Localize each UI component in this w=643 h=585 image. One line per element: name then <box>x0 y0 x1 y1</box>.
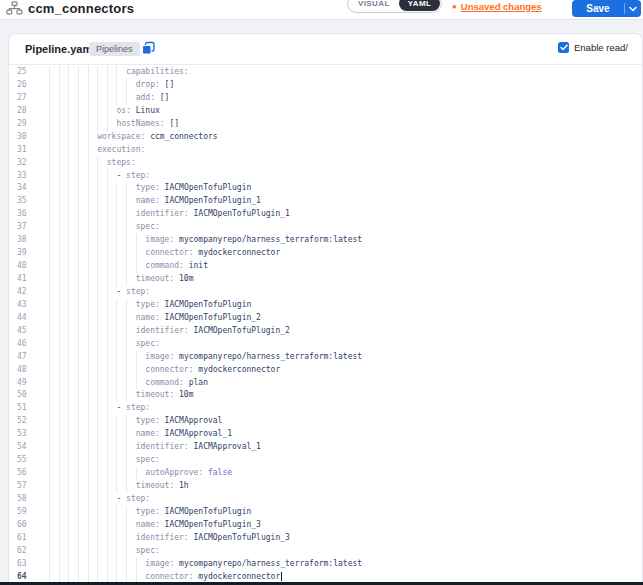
yaml-list-dash: - <box>116 494 126 503</box>
enable-read-checkbox[interactable] <box>558 42 569 53</box>
line-number: 27 <box>9 92 49 105</box>
save-split-button[interactable]: Save <box>572 0 641 17</box>
code-line[interactable]: 36identifier: IACMOpenTofuPlugin_1 <box>9 208 642 221</box>
code-line[interactable]: 51- step: <box>9 402 642 415</box>
code-text: connector: mydockerconnector <box>49 247 642 260</box>
code-line[interactable]: 62spec: <box>9 545 642 558</box>
line-number: 45 <box>9 325 49 338</box>
code-line[interactable]: 52type: IACMApproval <box>9 415 642 428</box>
indent-guides <box>49 208 136 221</box>
yaml-key: drop: <box>136 80 160 89</box>
code-line[interactable]: 47image: mycompanyrepo/harness_terraform… <box>9 351 642 364</box>
code-line[interactable]: 60name: IACMOpenTofuPlugin_3 <box>9 519 642 532</box>
toggle-yaml[interactable]: YAML <box>399 0 441 11</box>
code-line[interactable]: 34type: IACMOpenTofuPlugin <box>9 182 642 195</box>
yaml-editor-lines[interactable]: 25capabilities:26drop: []27add: []28os: … <box>9 66 642 585</box>
code-line[interactable]: 54identifier: IACMApproval_1 <box>9 441 642 454</box>
code-text: os: Linux <box>49 105 642 118</box>
code-text: - step: <box>49 493 642 506</box>
indent-guides <box>49 325 136 338</box>
yaml-key: add: <box>136 93 155 102</box>
yaml-key: connector: <box>145 572 193 581</box>
indent-guides <box>49 157 107 170</box>
code-line[interactable]: 57timeout: 1h <box>9 480 642 493</box>
unsaved-changes-link[interactable]: ● Unsaved changes <box>452 1 542 12</box>
code-line[interactable]: 50timeout: 10m <box>9 389 642 402</box>
code-line[interactable]: 33- step: <box>9 170 642 183</box>
yaml-list-dash: - <box>116 287 126 296</box>
code-line[interactable]: 25capabilities: <box>9 66 642 79</box>
code-line[interactable]: 41timeout: 10m <box>9 273 642 286</box>
line-number: 37 <box>9 221 49 234</box>
line-number: 50 <box>9 389 49 402</box>
code-text: identifier: IACMOpenTofuPlugin_3 <box>49 532 642 545</box>
save-dropdown-button[interactable] <box>625 6 641 12</box>
text-cursor <box>281 572 282 581</box>
code-line[interactable]: 29hostNames: [] <box>9 118 642 131</box>
code-line[interactable]: 27add: [] <box>9 92 642 105</box>
code-line[interactable]: 48connector: mydockerconnector <box>9 364 642 377</box>
code-text: name: IACMOpenTofuPlugin_3 <box>49 519 642 532</box>
code-line[interactable]: 49command: plan <box>9 377 642 390</box>
code-line[interactable]: 63image: mycompanyrepo/harness_terraform… <box>9 558 642 571</box>
code-line[interactable]: 58- step: <box>9 493 642 506</box>
yaml-key: name: <box>136 196 160 205</box>
yaml-value: mydockerconnector <box>198 248 280 257</box>
code-line[interactable]: 42- step: <box>9 286 642 299</box>
pipeline-hierarchy-icon <box>6 1 23 15</box>
code-text: spec: <box>49 454 642 467</box>
code-line[interactable]: 53name: IACMApproval_1 <box>9 428 642 441</box>
indent-guides <box>49 105 116 118</box>
indent-guides <box>49 351 145 364</box>
code-line[interactable]: 37spec: <box>9 221 642 234</box>
code-line[interactable]: 44name: IACMOpenTofuPlugin_2 <box>9 312 642 325</box>
code-text: name: IACMApproval_1 <box>49 428 642 441</box>
yaml-key: image: <box>145 352 174 361</box>
yaml-key: os: <box>116 106 130 115</box>
code-line[interactable]: 55spec: <box>9 454 642 467</box>
code-text: steps: <box>49 157 642 170</box>
indent-guides <box>49 118 116 131</box>
code-line[interactable]: 45identifier: IACMOpenTofuPlugin_2 <box>9 325 642 338</box>
line-number: 26 <box>9 79 49 92</box>
yaml-value: IACMApproval_1 <box>165 429 232 438</box>
save-button[interactable]: Save <box>572 3 624 14</box>
yaml-key: timeout: <box>136 274 175 283</box>
copy-icon[interactable] <box>141 41 156 56</box>
code-line[interactable]: 59type: IACMOpenTofuPlugin <box>9 506 642 519</box>
line-number: 60 <box>9 519 49 532</box>
code-text: identifier: IACMOpenTofuPlugin_1 <box>49 208 642 221</box>
code-line[interactable]: 46spec: <box>9 338 642 351</box>
code-line[interactable]: 35name: IACMOpenTofuPlugin_1 <box>9 195 642 208</box>
code-line[interactable]: 32steps: <box>9 157 642 170</box>
code-line[interactable]: 56autoApprove: false <box>9 467 642 480</box>
indent-guides <box>49 364 145 377</box>
code-line[interactable]: 26drop: [] <box>9 79 642 92</box>
yaml-value: IACMOpenTofuPlugin <box>165 300 252 309</box>
code-text: type: IACMApproval <box>49 415 642 428</box>
yaml-key: command: <box>145 378 184 387</box>
code-line[interactable]: 43type: IACMOpenTofuPlugin <box>9 299 642 312</box>
code-line[interactable]: 28os: Linux <box>9 105 642 118</box>
code-text: name: IACMOpenTofuPlugin_1 <box>49 195 642 208</box>
code-line[interactable]: 31execution: <box>9 144 642 157</box>
code-line[interactable]: 38image: mycompanyrepo/harness_terraform… <box>9 234 642 247</box>
code-line[interactable]: 40command: init <box>9 260 642 273</box>
yaml-key: step: <box>126 171 150 180</box>
yaml-key: spec: <box>136 455 160 464</box>
indent-guides <box>49 545 136 558</box>
code-line[interactable]: 39connector: mydockerconnector <box>9 247 642 260</box>
line-number: 40 <box>9 260 49 273</box>
code-text: - step: <box>49 286 642 299</box>
code-text: image: mycompanyrepo/harness_terraform:l… <box>49 558 642 571</box>
indent-guides <box>49 506 136 519</box>
code-line[interactable]: 30workspace: ccm_connectors <box>9 131 642 144</box>
toggle-visual[interactable]: VISUAL <box>349 0 399 11</box>
visual-yaml-toggle[interactable]: VISUAL YAML <box>347 0 442 13</box>
indent-guides <box>49 66 126 79</box>
code-line[interactable]: 61identifier: IACMOpenTofuPlugin_3 <box>9 532 642 545</box>
indent-guides <box>49 144 97 157</box>
yaml-value: IACMOpenTofuPlugin_2 <box>194 326 290 335</box>
line-number: 55 <box>9 454 49 467</box>
line-number: 42 <box>9 286 49 299</box>
